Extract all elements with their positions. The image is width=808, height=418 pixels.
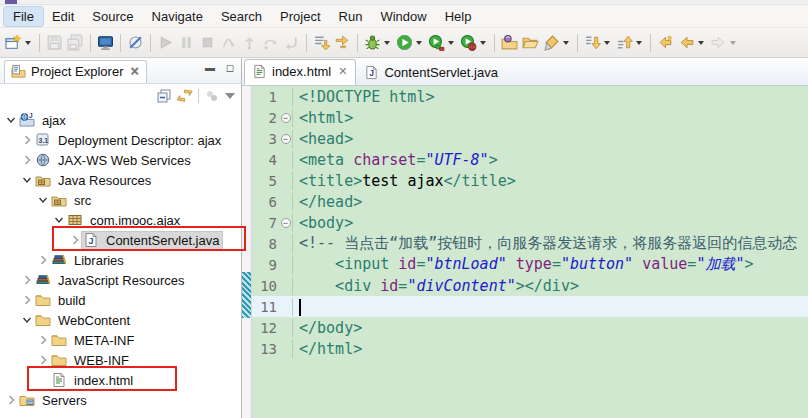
tree-item-index-html[interactable]: index.html bbox=[0, 370, 241, 390]
fold-marker[interactable]: − bbox=[279, 218, 292, 228]
drop-to-frame-button[interactable] bbox=[311, 32, 332, 53]
line-number: 12 bbox=[252, 320, 279, 336]
coverage-button[interactable] bbox=[426, 32, 458, 53]
menu-search[interactable]: Search bbox=[212, 7, 271, 26]
code-line-3[interactable]: 3−<head> bbox=[252, 128, 808, 149]
code-line-6[interactable]: 6</head> bbox=[252, 191, 808, 212]
expand-arrow-icon[interactable] bbox=[20, 132, 34, 148]
menu-source[interactable]: Source bbox=[83, 7, 142, 26]
dropdown-arrow-icon[interactable] bbox=[698, 41, 704, 45]
tree-item-build[interactable]: build bbox=[0, 290, 241, 310]
dropdown-arrow-icon[interactable] bbox=[563, 41, 569, 45]
maximize-icon[interactable]: ◻ bbox=[223, 63, 237, 75]
close-icon[interactable]: ✕ bbox=[336, 66, 347, 77]
dropdown-arrow-icon[interactable] bbox=[25, 41, 31, 45]
collapse-arrow-icon[interactable] bbox=[52, 212, 66, 228]
code-line-5[interactable]: 5<title>test ajax</title> bbox=[252, 170, 808, 191]
collapse-fold-icon[interactable]: − bbox=[281, 113, 291, 123]
tree-item-ajax[interactable]: Jajax bbox=[0, 110, 241, 130]
open-resource-button[interactable] bbox=[520, 32, 541, 53]
code-line-12[interactable]: 12</body> bbox=[252, 317, 808, 338]
collapse-arrow-icon[interactable] bbox=[36, 192, 50, 208]
dropdown-arrow-icon[interactable] bbox=[480, 41, 486, 45]
resume-icon bbox=[157, 34, 174, 51]
last-edit-location-button[interactable] bbox=[655, 32, 676, 53]
editor-tab-index-html[interactable]: index.html✕ bbox=[244, 59, 356, 85]
close-icon[interactable]: ❌︎ bbox=[128, 66, 138, 77]
code-line-10[interactable]: 10 <div id="divContent"></div> bbox=[252, 275, 808, 296]
minimize-icon[interactable]: ▬ bbox=[203, 63, 217, 75]
dropdown-arrow-icon[interactable] bbox=[384, 41, 390, 45]
menu-navigate[interactable]: Navigate bbox=[143, 7, 212, 26]
expand-arrow-icon[interactable] bbox=[36, 332, 50, 348]
view-menu-icon[interactable] bbox=[225, 93, 235, 99]
tree-item-servers[interactable]: Servers bbox=[0, 390, 241, 410]
collapse-fold-icon[interactable]: − bbox=[281, 218, 291, 228]
code-segment: id bbox=[398, 255, 416, 273]
dropdown-arrow-icon[interactable] bbox=[730, 41, 736, 45]
expand-arrow-icon[interactable] bbox=[36, 352, 50, 368]
expand-arrow-icon[interactable] bbox=[20, 292, 34, 308]
fold-marker[interactable]: − bbox=[279, 113, 292, 123]
code-line-9[interactable]: 9 <input id="btnLoad" type="button" valu… bbox=[252, 254, 808, 275]
expand-arrow-icon[interactable] bbox=[20, 272, 34, 288]
new-wizard-button[interactable] bbox=[3, 32, 35, 53]
tree-item-java-resources[interactable]: Java Resources bbox=[0, 170, 241, 190]
code-line-11[interactable]: 11 bbox=[252, 296, 808, 317]
collapse-all-icon[interactable] bbox=[156, 88, 172, 104]
highlighter-button[interactable] bbox=[541, 32, 573, 53]
tree-item-libraries[interactable]: Libraries bbox=[0, 250, 241, 270]
profile-button[interactable] bbox=[458, 32, 490, 53]
tree-item-webcontent[interactable]: WebContent bbox=[0, 310, 241, 330]
link-with-editor-icon[interactable] bbox=[177, 88, 193, 104]
next-annotation-button[interactable] bbox=[582, 32, 614, 53]
editor-tab-contentservlet-java[interactable]: JContentServlet.java bbox=[357, 61, 505, 85]
tree-item-web-inf[interactable]: WEB-INF bbox=[0, 350, 241, 370]
console-button[interactable] bbox=[95, 32, 116, 53]
tree-item-deployment-descriptor-ajax[interactable]: 3.1Deployment Descriptor: ajax bbox=[0, 130, 241, 150]
menu-window[interactable]: Window bbox=[371, 7, 435, 26]
menu-help[interactable]: Help bbox=[436, 7, 481, 26]
tree-item-meta-inf[interactable]: META-INF bbox=[0, 330, 241, 350]
run-button[interactable] bbox=[394, 32, 426, 53]
code-line-8[interactable]: 8<!-- 当点击“加载”按钮时，向服务器发送请求，将服务器返回的信息动态 bbox=[252, 233, 808, 254]
dropdown-arrow-icon[interactable] bbox=[416, 41, 422, 45]
annotation-ruler[interactable] bbox=[242, 86, 252, 418]
menu-edit[interactable]: Edit bbox=[43, 7, 83, 26]
menu-file[interactable]: File bbox=[4, 7, 43, 26]
fold-marker[interactable]: − bbox=[279, 134, 292, 144]
open-type-button[interactable] bbox=[499, 32, 520, 53]
code-line-4[interactable]: 4<meta charset="UTF-8"> bbox=[252, 149, 808, 170]
back-button[interactable] bbox=[676, 32, 708, 53]
menu-run[interactable]: Run bbox=[330, 7, 372, 26]
dropdown-arrow-icon[interactable] bbox=[448, 41, 454, 45]
collapse-arrow-icon[interactable] bbox=[20, 172, 34, 188]
code-line-1[interactable]: 1<!DOCTYPE html> bbox=[252, 86, 808, 107]
tree-item-jax-ws-web-services[interactable]: JAX-WS Web Services bbox=[0, 150, 241, 170]
dropdown-arrow-icon[interactable] bbox=[604, 41, 610, 45]
expand-arrow-icon[interactable] bbox=[68, 232, 82, 248]
code-editor[interactable]: 1<!DOCTYPE html>2−<html>3−<head>4<meta c… bbox=[242, 86, 808, 418]
expand-arrow-icon[interactable] bbox=[4, 392, 18, 408]
menu-project[interactable]: Project bbox=[271, 7, 329, 26]
code-text: <html> bbox=[292, 109, 808, 127]
code-line-13[interactable]: 13</html> bbox=[252, 338, 808, 359]
skip-breakpoints-button[interactable] bbox=[125, 32, 146, 53]
debug-button[interactable] bbox=[362, 32, 394, 53]
collapse-fold-icon[interactable]: − bbox=[281, 134, 291, 144]
code-line-7[interactable]: 7−<body> bbox=[252, 212, 808, 233]
collapse-arrow-icon[interactable] bbox=[20, 312, 34, 328]
tree-item-com-imooc-ajax[interactable]: com.imooc.ajax bbox=[0, 210, 241, 230]
tree-item-contentservlet-java[interactable]: JContentServlet.java bbox=[0, 230, 241, 250]
expand-arrow-icon[interactable] bbox=[20, 152, 34, 168]
code-text bbox=[292, 298, 808, 316]
tree-item-src[interactable]: src bbox=[0, 190, 241, 210]
expand-arrow-icon[interactable] bbox=[36, 252, 50, 268]
use-step-filters-button[interactable] bbox=[332, 32, 353, 53]
dropdown-arrow-icon[interactable] bbox=[636, 41, 642, 45]
collapse-arrow-icon[interactable] bbox=[4, 112, 18, 128]
previous-annotation-button[interactable] bbox=[614, 32, 646, 53]
code-line-2[interactable]: 2−<html> bbox=[252, 107, 808, 128]
tree-item-javascript-resources[interactable]: JavaScript Resources bbox=[0, 270, 241, 290]
tab-project-explorer[interactable]: Project Explorer ❌︎ bbox=[4, 60, 147, 83]
